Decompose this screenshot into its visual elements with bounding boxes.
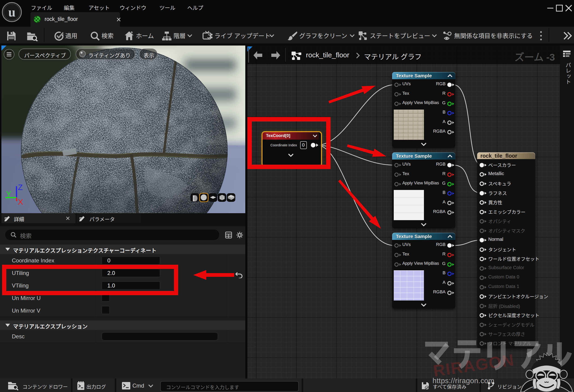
svg-text:u: u xyxy=(8,5,15,19)
svg-text:X: X xyxy=(18,197,23,206)
svg-text:Y: Y xyxy=(6,189,11,198)
svg-text:Z: Z xyxy=(18,183,23,192)
